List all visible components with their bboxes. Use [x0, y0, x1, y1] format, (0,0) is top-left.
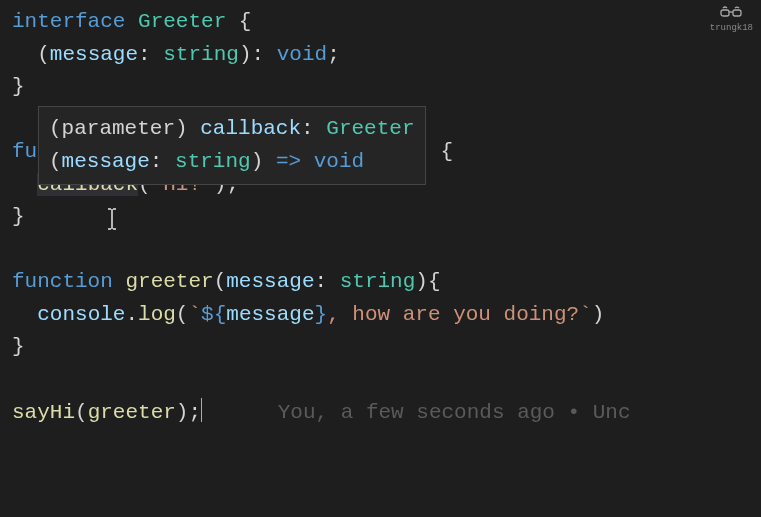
arg-greeter: greeter	[88, 401, 176, 424]
brace-open: {	[239, 10, 252, 33]
code-line-10[interactable]: console.log(`${message}, how are you doi…	[12, 299, 749, 332]
method-log: log	[138, 303, 176, 326]
obj-console: console	[37, 303, 125, 326]
brace-close: }	[12, 75, 25, 98]
code-line-9[interactable]: function greeter(message: string){	[12, 266, 749, 299]
tooltip-line-1: (parameter) callback: Greeter	[49, 113, 415, 146]
code-line-7[interactable]: }	[12, 201, 749, 234]
string-rest: , how are you doing?	[327, 303, 579, 326]
git-blame-annotation: You, a few seconds ago • Unc	[278, 401, 631, 424]
tooltip-line-2: (message: string) => void	[49, 146, 415, 179]
keyword-function: function	[12, 270, 113, 293]
code-line-8[interactable]	[12, 234, 749, 267]
call-sayHi: sayHi	[12, 401, 75, 424]
code-editor[interactable]: interface Greeter { (message: string): v…	[12, 6, 749, 429]
brace-close: }	[12, 205, 25, 228]
code-line-11[interactable]: }	[12, 331, 749, 364]
tooltip-type-string: string	[175, 150, 251, 173]
tooltip-void: void	[314, 150, 364, 173]
var-message: message	[226, 303, 314, 326]
code-line-3[interactable]: }	[12, 71, 749, 104]
code-line-12[interactable]	[12, 364, 749, 397]
code-line-2[interactable]: (message: string): void;	[12, 39, 749, 72]
param-message: message	[50, 43, 138, 66]
hover-tooltip: (parameter) callback: Greeter (message: …	[38, 106, 426, 185]
type-void: void	[277, 43, 327, 66]
keyword-interface: interface	[12, 10, 125, 33]
tooltip-callback: callback	[200, 117, 301, 140]
type-string: string	[340, 270, 416, 293]
code-line-13[interactable]: sayHi(greeter); You, a few seconds ago •…	[12, 397, 749, 430]
brace-close: }	[12, 335, 25, 358]
func-greeter: greeter	[125, 270, 213, 293]
type-string: string	[163, 43, 239, 66]
keyword-fu-partial: fu	[12, 140, 37, 163]
tooltip-type-greeter: Greeter	[326, 117, 414, 140]
tooltip-message: message	[62, 150, 150, 173]
type-greeter: Greeter	[138, 10, 226, 33]
param-message: message	[226, 270, 314, 293]
tooltip-arrow: =>	[276, 150, 301, 173]
text-cursor	[201, 398, 202, 422]
code-line-1[interactable]: interface Greeter {	[12, 6, 749, 39]
